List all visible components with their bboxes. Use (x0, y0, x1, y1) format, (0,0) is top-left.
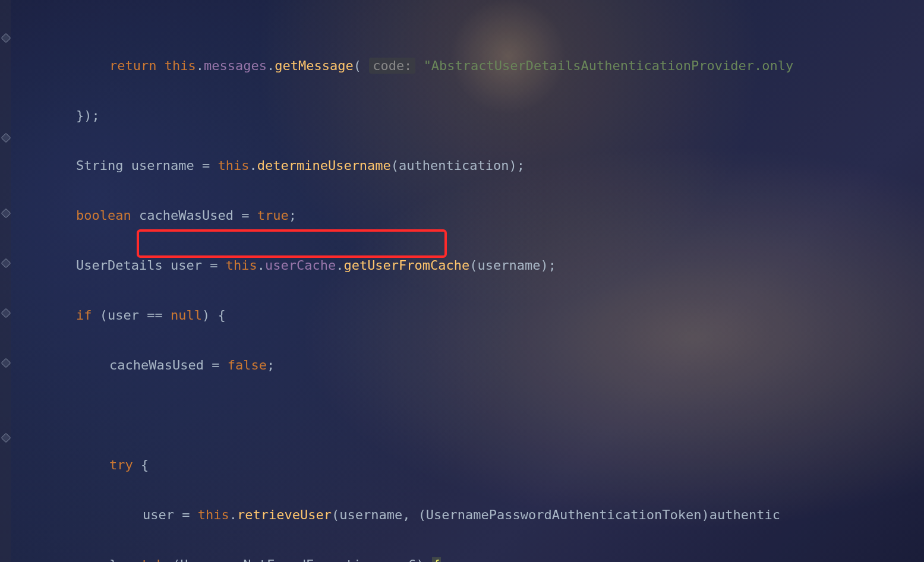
inlay-hint: code: (369, 58, 415, 74)
code-line: try { (0, 453, 924, 478)
code-line: cacheWasUsed = false; (0, 353, 924, 378)
code-line: return this.messages.getMessage( code: "… (0, 53, 924, 78)
matched-brace: { (432, 557, 441, 562)
code-line: String username = this.determineUsername… (0, 153, 924, 178)
code-line-highlighted: user = this.retrieveUser(username, (User… (0, 503, 924, 528)
code-line: }); (0, 103, 924, 128)
code-editor[interactable]: return this.messages.getMessage( code: "… (0, 0, 924, 562)
code-line: UserDetails user = this.userCache.getUse… (0, 253, 924, 278)
code-line: boolean cacheWasUsed = true; (0, 203, 924, 228)
code-line-blank (0, 403, 924, 428)
code-line: if (user == null) { (0, 303, 924, 328)
code-line: } catch (UsernameNotFoundException var6)… (0, 552, 924, 562)
keyword-return: return (109, 58, 156, 73)
